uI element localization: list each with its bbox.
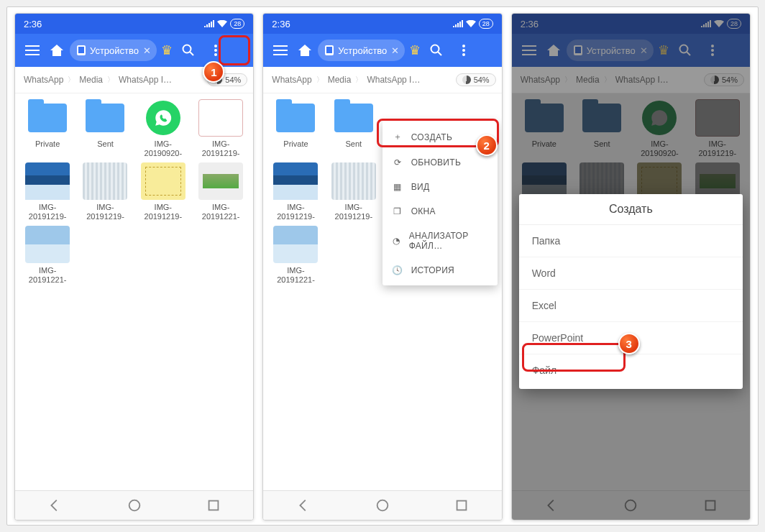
status-icons: 28 xyxy=(701,19,741,29)
svg-point-21 xyxy=(711,53,714,56)
crumb-1[interactable]: WhatsApp xyxy=(21,75,66,85)
nav-back-icon[interactable] xyxy=(296,497,311,513)
nav-home-icon[interactable] xyxy=(127,497,142,513)
item-label: IMG-20191219- xyxy=(267,203,324,223)
folder-item[interactable]: Sent xyxy=(326,99,382,160)
image-item[interactable]: IMG-20191219- xyxy=(135,162,191,223)
image-thumbnail xyxy=(25,162,70,200)
image-item[interactable]: IMG-20191221- xyxy=(193,162,249,223)
home-icon[interactable] xyxy=(296,39,313,62)
close-tab-icon[interactable]: ✕ xyxy=(391,45,399,56)
home-icon xyxy=(545,39,562,62)
menu-hamburger-icon[interactable] xyxy=(269,39,292,62)
menu-item-analyzer[interactable]: ◔ АНАЛИЗАТОР ФАЙЛ… xyxy=(382,224,498,258)
overflow-menu-button xyxy=(701,39,724,62)
dialog-title: Создать xyxy=(519,194,743,225)
crumb-2: Media xyxy=(573,75,603,85)
chevron-icon: 〉 xyxy=(316,75,324,85)
signal-icon xyxy=(701,20,711,27)
create-option-word[interactable]: Word xyxy=(519,257,743,290)
phone-screenshot-3: 2:36 28 Устройство ✕ ♛ WhatsApp〉 Media〉 … xyxy=(511,13,751,520)
signal-icon xyxy=(204,20,214,27)
crown-icon[interactable]: ♛ xyxy=(409,42,421,58)
menu-item-windows[interactable]: ❐ ОКНА xyxy=(382,199,498,224)
image-thumbnail xyxy=(331,162,376,200)
refresh-icon: ⟳ xyxy=(391,157,404,168)
image-item[interactable]: IMG-20190920- xyxy=(135,99,191,160)
nav-recent-icon[interactable] xyxy=(702,497,718,513)
svg-point-13 xyxy=(462,53,465,56)
android-nav-bar xyxy=(263,490,501,520)
item-label: IMG-20190920- xyxy=(135,139,191,160)
chart-icon: ◔ xyxy=(391,236,402,246)
breadcrumb: WhatsApp〉 Media〉 WhatsApp I… 54% xyxy=(512,67,750,93)
image-item[interactable]: IMG-20191219- xyxy=(193,99,249,160)
crumb-2[interactable]: Media xyxy=(76,75,106,85)
overflow-menu-button[interactable] xyxy=(452,39,475,62)
location-label: Устройство xyxy=(338,45,387,56)
crumb-3: WhatsApp I… xyxy=(613,75,672,85)
chevron-icon: 〉 xyxy=(107,75,114,85)
svg-rect-15 xyxy=(457,501,467,510)
folder-item[interactable]: Sent xyxy=(77,99,133,160)
crown-icon[interactable]: ♛ xyxy=(161,42,173,58)
location-label: Устройство xyxy=(587,45,636,56)
search-icon[interactable] xyxy=(425,39,448,62)
image-item[interactable]: IMG-20191219- xyxy=(19,162,75,223)
status-icons: 28 xyxy=(453,19,493,29)
svg-point-10 xyxy=(431,45,439,53)
nav-home-icon[interactable] xyxy=(623,497,638,513)
menu-label: ВИД xyxy=(411,182,430,192)
close-tab-icon: ✕ xyxy=(640,45,648,56)
image-thumbnail xyxy=(273,162,318,200)
crumb-3[interactable]: WhatsApp I… xyxy=(116,75,175,85)
menu-item-history[interactable]: 🕓 ИСТОРИЯ xyxy=(382,258,498,283)
nav-home-icon[interactable] xyxy=(375,497,390,513)
battery-indicator: 28 xyxy=(230,19,244,29)
location-chip[interactable]: Устройство ✕ xyxy=(318,40,405,61)
svg-rect-17 xyxy=(575,47,581,53)
history-icon: 🕓 xyxy=(391,265,404,275)
create-option-excel[interactable]: Excel xyxy=(519,290,743,322)
location-chip: Устройство ✕ xyxy=(567,40,654,61)
folder-item[interactable]: Private xyxy=(267,99,324,160)
menu-hamburger-icon[interactable] xyxy=(21,39,44,62)
search-icon[interactable] xyxy=(177,39,200,62)
nav-back-icon[interactable] xyxy=(544,497,559,513)
image-item[interactable]: IMG-20191219- xyxy=(267,162,324,223)
wifi-icon xyxy=(714,20,724,27)
storage-indicator[interactable]: 54% xyxy=(456,73,496,86)
nav-back-icon[interactable] xyxy=(47,497,63,513)
signal-icon xyxy=(453,20,463,27)
folder-icon xyxy=(28,104,67,132)
image-item[interactable]: IMG-20191221- xyxy=(267,226,324,286)
file-grid-area: Private Sent IMG-20190920- IMG-20191219-… xyxy=(512,93,750,490)
grid-icon: ▦ xyxy=(391,182,404,192)
app-bar: Устройство ✕ ♛ xyxy=(512,34,750,67)
crumb-1[interactable]: WhatsApp xyxy=(269,75,314,85)
item-label: Private xyxy=(34,139,61,160)
item-label: Sent xyxy=(344,139,364,160)
tutorial-canvas: 2:36 28 Устройство ✕ ♛ xyxy=(6,6,759,526)
close-tab-icon[interactable]: ✕ xyxy=(143,45,151,56)
overflow-menu-button[interactable] xyxy=(204,39,227,62)
image-item[interactable]: IMG-20191221- xyxy=(19,226,75,286)
location-chip[interactable]: Устройство ✕ xyxy=(70,40,157,61)
create-option-folder[interactable]: Папка xyxy=(519,225,743,257)
nav-recent-icon[interactable] xyxy=(454,497,469,513)
crumb-2[interactable]: Media xyxy=(325,75,354,85)
folder-icon xyxy=(276,104,315,132)
image-item[interactable]: IMG-20191219- xyxy=(326,162,382,223)
chevron-icon: 〉 xyxy=(355,75,362,85)
menu-item-view[interactable]: ▦ ВИД xyxy=(382,175,498,199)
home-icon[interactable] xyxy=(48,39,65,62)
nav-recent-icon[interactable] xyxy=(206,497,221,513)
image-item[interactable]: IMG-20191219- xyxy=(77,162,133,223)
svg-point-4 xyxy=(214,49,217,52)
battery-indicator: 28 xyxy=(479,19,493,29)
chevron-icon: 〉 xyxy=(68,75,75,85)
svg-point-19 xyxy=(711,45,714,47)
create-option-file[interactable]: Файл xyxy=(519,354,743,386)
folder-item[interactable]: Private xyxy=(19,99,75,160)
crumb-3[interactable]: WhatsApp I… xyxy=(364,75,423,85)
